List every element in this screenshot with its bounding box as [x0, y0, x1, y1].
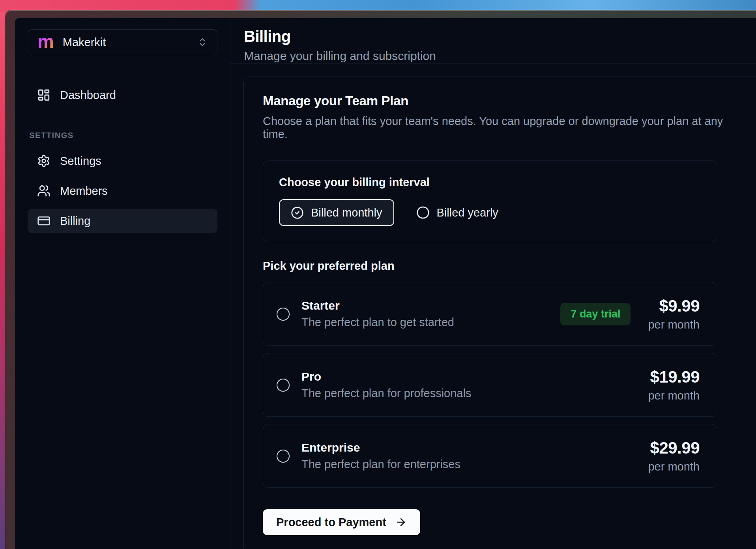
- price-block: $29.99 per month: [648, 439, 700, 473]
- sidebar-item-label: Settings: [60, 155, 101, 168]
- sidebar-item-label: Members: [60, 185, 108, 198]
- plan-row-enterprise[interactable]: Enterprise The perfect plan for enterpri…: [263, 424, 717, 488]
- proceed-to-payment-label: Proceed to Payment: [276, 516, 386, 529]
- interval-option-label: Billed yearly: [437, 206, 498, 219]
- main-content: Billing Manage your billing and subscrip…: [230, 18, 756, 549]
- sidebar: m Makerkit Dashboard SETTINGS: [15, 18, 230, 549]
- plan-price: $9.99: [648, 297, 700, 316]
- card-title: Manage your Team Plan: [263, 93, 745, 108]
- price-block: $9.99 per month: [648, 297, 700, 331]
- plan-price: $29.99: [648, 439, 700, 458]
- interval-option-label: Billed monthly: [311, 206, 382, 219]
- plan-description: The perfect plan to get started: [301, 316, 454, 329]
- billing-interval-options: Billed monthly Billed yearly: [279, 199, 701, 226]
- plan-description: The perfect plan for enterprises: [301, 458, 460, 471]
- plan-name: Pro: [301, 370, 471, 383]
- page-header: Billing Manage your billing and subscrip…: [230, 18, 756, 63]
- team-plan-card: Manage your Team Plan Choose a plan that…: [243, 77, 756, 549]
- sidebar-item-settings[interactable]: Settings: [28, 149, 217, 173]
- sidebar-item-dashboard[interactable]: Dashboard: [28, 83, 217, 107]
- sidebar-item-label: Billing: [60, 215, 90, 228]
- card-description: Choose a plan that fits your team's need…: [263, 115, 745, 141]
- plan-radio[interactable]: [277, 450, 290, 463]
- chevrons-up-down-icon: [197, 37, 208, 47]
- billing-interval-card: Choose your billing interval Billed mont…: [263, 161, 717, 242]
- billing-interval-label: Choose your billing interval: [279, 176, 701, 189]
- plan-period: per month: [648, 318, 700, 331]
- users-icon: [37, 184, 51, 198]
- trial-badge: 7 day trial: [560, 303, 631, 325]
- proceed-to-payment-button[interactable]: Proceed to Payment: [263, 509, 420, 535]
- plan-pricing: $29.99 per month: [648, 439, 700, 473]
- plan-row-starter[interactable]: Starter The perfect plan to get started …: [263, 282, 717, 346]
- plan-description: The perfect plan for professionals: [301, 387, 471, 400]
- app-window: m Makerkit Dashboard SETTINGS: [6, 10, 756, 549]
- app-content: m Makerkit Dashboard SETTINGS: [15, 18, 756, 549]
- sidebar-item-billing[interactable]: Billing: [28, 209, 217, 233]
- dashboard-icon: [37, 88, 51, 102]
- plan-name: Starter: [301, 299, 454, 312]
- plan-info: Enterprise The perfect plan for enterpri…: [301, 441, 460, 471]
- plan-period: per month: [648, 389, 700, 402]
- sidebar-item-label: Dashboard: [60, 89, 116, 102]
- workspace-selector[interactable]: m Makerkit: [28, 29, 217, 55]
- plan-info: Starter The perfect plan to get started: [301, 299, 454, 329]
- interval-option-yearly[interactable]: Billed yearly: [416, 206, 498, 219]
- plan-radio[interactable]: [277, 379, 290, 392]
- page-body: Manage your Team Plan Choose a plan that…: [230, 63, 756, 549]
- plan-price: $19.99: [648, 368, 700, 387]
- plan-row-pro[interactable]: Pro The perfect plan for professionals $…: [263, 353, 717, 417]
- plan-pricing: 7 day trial $9.99 per month: [560, 297, 700, 331]
- plan-period: per month: [648, 460, 700, 473]
- plans-label: Pick your preferred plan: [263, 260, 745, 273]
- circle-icon: [416, 206, 430, 219]
- credit-card-icon: [37, 214, 51, 228]
- page-title: Billing: [244, 28, 756, 45]
- check-circle-icon: [291, 206, 304, 219]
- interval-option-monthly[interactable]: Billed monthly: [279, 199, 394, 226]
- sidebar-item-members[interactable]: Members: [28, 179, 217, 203]
- plan-radio[interactable]: [277, 308, 290, 321]
- page-subtitle: Manage your billing and subscription: [244, 49, 756, 63]
- sidebar-section-label: SETTINGS: [28, 131, 217, 140]
- price-block: $19.99 per month: [648, 368, 700, 402]
- workspace-name: Makerkit: [63, 36, 106, 49]
- plan-pricing: $19.99 per month: [648, 368, 700, 402]
- gear-icon: [37, 154, 51, 168]
- makerkit-logo-icon: m: [37, 32, 54, 50]
- plan-info: Pro The perfect plan for professionals: [301, 370, 471, 400]
- arrow-right-icon: [395, 516, 407, 528]
- plan-name: Enterprise: [301, 441, 460, 454]
